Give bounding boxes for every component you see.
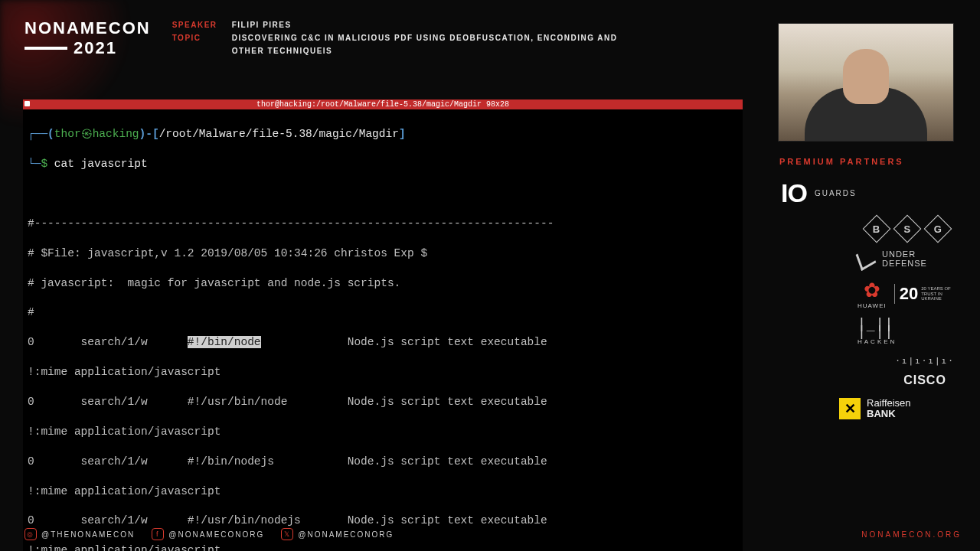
- huawei-20-number: 20: [894, 284, 918, 304]
- session-meta: SPEAKER FILIPI PIRES TOPIC DISCOVERING C…: [172, 18, 630, 57]
- instagram-handle: @THENONAMECON: [41, 530, 135, 539]
- site-link[interactable]: NONAMECON.ORG: [861, 530, 962, 539]
- social-facebook[interactable]: f @NONAMECONORG: [152, 528, 264, 540]
- terminal-body[interactable]: ┌──(thor㉿hacking)-[/root/Malware/file-5.…: [23, 109, 743, 551]
- under-defense-icon: [856, 246, 877, 271]
- under-defense-l2: DEFENSE: [882, 259, 927, 268]
- huawei-tagline: 20 YEARS OF TRUST IN UKRAINE: [921, 286, 962, 302]
- x-handle: @NONAMECONORG: [298, 530, 394, 539]
- partner-io-guards: IO GUARDS: [781, 178, 962, 208]
- logo-year: 2021: [74, 38, 117, 58]
- raiffeisen-l2: BANK: [867, 409, 911, 419]
- terminal-titlebar: thor@hacking:/root/Malware/file-5.38/mag…: [23, 99, 743, 109]
- logo-title: NONAMECON: [24, 18, 151, 38]
- terminal-window: thor@hacking:/root/Malware/file-5.38/mag…: [23, 99, 743, 551]
- partners-heading: PREMIUM PARTNERS: [779, 157, 904, 166]
- cisco-label: CISCO: [903, 373, 946, 387]
- cisco-bars-icon: ·ı|ı·ı|ı·: [895, 356, 955, 366]
- event-header: NONAMECON 2021 SPEAKER FILIPI PIRES TOPI…: [0, 0, 980, 58]
- output-line: !:mime application/javascript: [28, 425, 738, 439]
- output-line: !:mime application/javascript: [28, 365, 738, 380]
- event-logo: NONAMECON 2021: [24, 18, 151, 58]
- social-instagram[interactable]: ◎ @THENONAMECON: [24, 528, 135, 540]
- partner-huawei: ✿ HUAWEI 20 20 YEARS OF TRUST IN UKRAINE: [858, 279, 962, 309]
- output-line: # $File: javascript,v 1.2 2019/08/05 10:…: [28, 246, 738, 261]
- logo-dash: [24, 47, 67, 50]
- partner-bsg: B S G: [865, 219, 962, 239]
- huawei-label: HUAWEI: [858, 302, 887, 309]
- topic-title: DISCOVERING C&C IN MALICIOUS PDF USING D…: [232, 31, 630, 57]
- partner-under-defense: UNDER DEFENSE: [858, 249, 962, 268]
- partner-hacken: |_||| || HACKEN: [858, 320, 962, 345]
- raiffeisen-l1: Raiffeisen: [867, 398, 911, 409]
- hacken-label: HACKEN: [858, 338, 897, 345]
- bsg-letter-icon: G: [924, 215, 952, 243]
- huawei-flower-icon: ✿: [864, 279, 880, 302]
- output-line: 0 search/1/w #!/usr/bin/nodejs Node.js s…: [28, 514, 738, 528]
- output-line: !:mime application/javascript: [28, 484, 738, 499]
- output-line: 0 search/1/w #!/usr/bin/node Node.js scr…: [28, 395, 738, 409]
- speaker-label: SPEAKER: [172, 18, 221, 31]
- io-icon: IO: [781, 178, 807, 208]
- bsg-letter-icon: B: [863, 215, 891, 243]
- output-line: 0 search/1/w #!/bin/nodejs Node.js scrip…: [28, 455, 738, 469]
- partner-cisco: ·ı|ı·ı|ı· CISCO: [888, 356, 962, 387]
- x-icon: 𝕏: [281, 528, 293, 540]
- footer: ◎ @THENONAMECON f @NONAMECONORG 𝕏 @NONAM…: [24, 528, 962, 540]
- output-line-highlight: 0 search/1/w #!/bin/node Node.js script …: [28, 335, 738, 350]
- highlighted-shebang: #!/bin/node: [188, 336, 261, 348]
- partner-raiffeisen: ✕ Raiffeisen BANK: [839, 398, 962, 420]
- under-defense-l1: UNDER: [882, 249, 927, 259]
- sidebar: PREMIUM PARTNERS IO GUARDS B S G UNDER D…: [778, 23, 962, 420]
- social-x[interactable]: 𝕏 @NONAMECONORG: [281, 528, 394, 540]
- facebook-handle: @NONAMECONORG: [168, 530, 264, 539]
- social-links: ◎ @THENONAMECON f @NONAMECONORG 𝕏 @NONAM…: [24, 528, 394, 540]
- output-line: !:mime application/javascript: [28, 543, 738, 551]
- output-line: #---------------------------------------…: [28, 217, 738, 231]
- instagram-icon: ◎: [24, 528, 37, 540]
- hacken-icon: |_||| ||: [858, 320, 893, 335]
- speaker-name: FILIPI PIRES: [232, 18, 292, 31]
- output-line: #: [28, 305, 738, 320]
- bsg-letter-icon: S: [893, 215, 922, 243]
- facebook-icon: f: [152, 528, 164, 540]
- prompt-user: thor: [54, 128, 81, 140]
- topic-label: TOPIC: [172, 31, 221, 57]
- output-line: # javascript: magic for javascript and n…: [28, 276, 738, 291]
- io-subtext: GUARDS: [815, 189, 857, 197]
- prompt-host: hacking: [93, 128, 139, 140]
- partner-list: IO GUARDS B S G UNDER DEFENSE ✿ HUAWEI 2…: [778, 178, 962, 420]
- prompt-path-1: /root/Malware/file-5.38/magic/Magdir: [159, 128, 399, 140]
- raiffeisen-icon: ✕: [839, 398, 861, 419]
- command-text: cat javascript: [54, 158, 148, 170]
